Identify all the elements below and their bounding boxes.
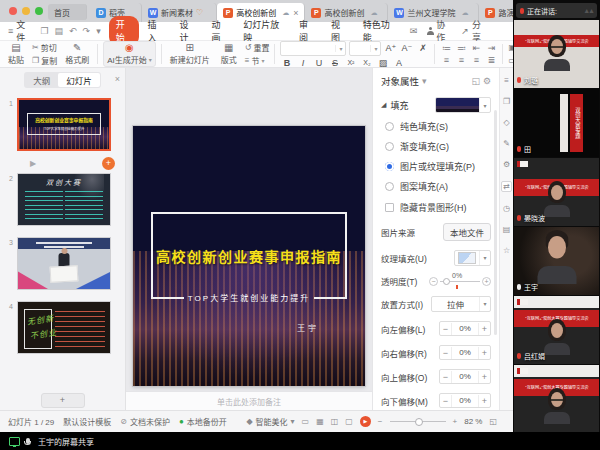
settings-pane-icon[interactable]: ⚙ bbox=[503, 160, 510, 169]
normal-view-icon[interactable]: ▭ bbox=[302, 417, 310, 426]
panel-close-icon[interactable]: × bbox=[115, 74, 120, 84]
video-tile[interactable]: “互联网+”双创大赛专题辅导交流会 晏晓波 bbox=[514, 158, 599, 226]
gear-icon[interactable]: ⚙ bbox=[483, 76, 491, 86]
plus-icon[interactable]: + bbox=[479, 371, 490, 383]
zoom-slider[interactable] bbox=[390, 421, 446, 422]
align-right-icon[interactable]: ≡ bbox=[470, 55, 482, 65]
slider-minus-icon[interactable]: − bbox=[429, 277, 438, 286]
paste-button[interactable]: 粘贴 bbox=[5, 42, 27, 66]
font-size-select[interactable]: ▾ bbox=[349, 41, 381, 56]
texture-select[interactable]: ▾ bbox=[454, 250, 491, 266]
smart-beautify-button[interactable]: 智能美化 ▾ bbox=[246, 416, 294, 427]
chevron-down-icon[interactable]: ▾ bbox=[422, 76, 427, 86]
slide-author[interactable]: 王宇 bbox=[297, 322, 319, 333]
cut-button[interactable]: 剪切 bbox=[32, 42, 57, 53]
video-tile[interactable]: “互联网+”双创大赛专题辅导交流会 吕红娟 bbox=[514, 296, 599, 364]
offset-stepper[interactable]: − 0% + bbox=[439, 345, 491, 360]
current-slide[interactable]: 高校创新创业赛事申报指南 TOP大学生就创业能力提升 王宇 bbox=[133, 126, 365, 386]
numbered-list-icon[interactable]: ≕ bbox=[455, 43, 467, 53]
notes-pane-icon[interactable]: ▤ bbox=[503, 225, 511, 234]
document-tab[interactable]: 首页 bbox=[48, 4, 87, 20]
hide-background-checkbox[interactable]: 隐藏背景图形(H) bbox=[381, 201, 491, 214]
placement-select[interactable]: 拉伸 ▾ bbox=[431, 296, 491, 312]
fill-radio-option[interactable]: 图案填充(A) bbox=[381, 180, 491, 193]
shape-pane-icon[interactable]: ◇ bbox=[503, 118, 509, 127]
indent-decrease-icon[interactable]: ⇤ bbox=[470, 43, 482, 53]
video-tile[interactable]: 双创大赛专题 田 bbox=[514, 89, 599, 157]
line-spacing-icon[interactable]: ≣ bbox=[485, 55, 497, 65]
undo-icon[interactable] bbox=[69, 26, 77, 36]
protection-status[interactable]: ⊘ 文档未保护 bbox=[120, 416, 170, 427]
reading-view-icon[interactable]: ◫ bbox=[331, 417, 339, 426]
ai-generate-button[interactable]: AI生成开始▾ bbox=[103, 41, 156, 67]
fill-pane-icon[interactable]: ⇄ bbox=[501, 181, 512, 192]
reset-button[interactable]: 重置 bbox=[245, 42, 270, 53]
clear-format-icon[interactable]: ✗ bbox=[416, 43, 429, 53]
italic-button[interactable]: I bbox=[296, 58, 309, 68]
minus-icon[interactable]: − bbox=[440, 371, 451, 383]
close-window-icon[interactable] bbox=[9, 7, 17, 15]
expand-panel-icon[interactable]: ◱ bbox=[471, 76, 480, 86]
backup-status[interactable]: ● 本地备份开 bbox=[179, 416, 227, 427]
font-family-select[interactable]: ▾ bbox=[280, 41, 346, 56]
slide-thumbnail-2[interactable]: 双创大赛 bbox=[17, 173, 111, 226]
slider-handle[interactable] bbox=[443, 278, 450, 285]
local-file-button[interactable]: 本地文件 bbox=[443, 223, 491, 241]
history-pane-icon[interactable]: ◷ bbox=[503, 204, 510, 213]
print-icon[interactable] bbox=[55, 26, 64, 36]
slide-thumbnail-1[interactable]: 高校创新创业赛事申报指南 TOP大学生就创业能力提升 bbox=[17, 98, 111, 151]
plus-icon[interactable]: + bbox=[479, 395, 490, 407]
zoom-out-icon[interactable]: − bbox=[378, 417, 383, 426]
indent-increase-icon[interactable]: ⇥ bbox=[485, 43, 497, 53]
more-commands-icon[interactable] bbox=[96, 26, 101, 36]
notes-field[interactable]: 单击此处添加备注 bbox=[126, 391, 372, 410]
offset-stepper[interactable]: − 0% + bbox=[439, 321, 491, 336]
section-collapse-icon[interactable]: ◢ bbox=[381, 101, 386, 109]
slide-thumbnail-3[interactable] bbox=[17, 237, 111, 290]
video-tile[interactable]: 王宇 bbox=[514, 227, 599, 295]
tab-slides[interactable]: 幻灯片 bbox=[58, 73, 100, 87]
align-center-icon[interactable]: ≡ bbox=[455, 55, 467, 65]
plus-icon[interactable]: + bbox=[479, 347, 490, 359]
new-slide-button[interactable]: 新建幻灯片 bbox=[167, 42, 213, 66]
play-from-slide-icon[interactable]: ▶ bbox=[30, 159, 36, 168]
zoom-in-icon[interactable]: + bbox=[453, 417, 458, 426]
slideshow-play-button[interactable]: ▶ bbox=[360, 416, 371, 427]
slides-pane-icon[interactable]: ❐ bbox=[503, 97, 510, 106]
highlight-color-icon[interactable]: ▨ bbox=[376, 58, 389, 68]
edit-pane-icon[interactable]: ✎ bbox=[503, 139, 510, 148]
zoom-slider-handle[interactable] bbox=[415, 418, 423, 426]
quick-add-slide-icon[interactable]: + bbox=[102, 157, 115, 170]
fill-radio-option[interactable]: 渐变填充(G) bbox=[381, 140, 491, 153]
fit-to-window-icon[interactable]: ◱ bbox=[489, 417, 497, 426]
slider-plus-icon[interactable]: + bbox=[482, 277, 491, 286]
align-left-icon[interactable]: ≡ bbox=[440, 55, 452, 65]
minus-icon[interactable]: − bbox=[440, 323, 451, 335]
minus-icon[interactable]: − bbox=[440, 347, 451, 359]
slide-sorter-icon[interactable]: ▦ bbox=[316, 417, 324, 426]
redo-icon[interactable] bbox=[83, 26, 91, 36]
subscript-button[interactable]: X₂ bbox=[360, 59, 373, 66]
superscript-button[interactable]: X² bbox=[344, 59, 357, 66]
layout-button[interactable]: 版式 bbox=[218, 42, 240, 66]
video-tile[interactable]: “互联网+”双创大赛专题辅导交流会 刘璐 bbox=[514, 20, 599, 88]
minimize-window-icon[interactable] bbox=[22, 7, 30, 15]
slide-canvas[interactable]: 高校创新创业赛事申报指南 TOP大学生就创业能力提升 王宇 单击此处添加备注 bbox=[126, 68, 372, 410]
slide-thumbnail-4[interactable]: 无创新 不创业 bbox=[17, 301, 111, 354]
decrease-font-icon[interactable]: A⁻ bbox=[400, 43, 413, 53]
design-template-name[interactable]: 默认设计模板 bbox=[63, 416, 111, 427]
minus-icon[interactable]: − bbox=[440, 395, 451, 407]
message-icon[interactable] bbox=[410, 26, 418, 36]
fill-preview-dropdown[interactable]: ▾ bbox=[435, 97, 491, 113]
increase-font-icon[interactable]: A⁺ bbox=[384, 43, 397, 53]
transparency-slider[interactable]: − 0% + bbox=[429, 277, 491, 286]
copy-button[interactable]: 复制 bbox=[32, 55, 57, 66]
fill-radio-option[interactable]: 纯色填充(S) bbox=[381, 120, 491, 133]
tab-outline[interactable]: 大纲 bbox=[25, 73, 58, 87]
section-button[interactable]: 节▾ bbox=[245, 55, 270, 66]
slide-title-box[interactable]: 高校创新创业赛事申报指南 TOP大学生就创业能力提升 bbox=[151, 212, 347, 298]
video-tile[interactable]: “互联网+”双创大赛专题辅导交流会 bbox=[514, 365, 599, 432]
underline-button[interactable]: U bbox=[312, 58, 325, 68]
offset-stepper[interactable]: − 0% + bbox=[439, 369, 491, 384]
format-painter-button[interactable]: 格式刷 bbox=[62, 42, 92, 66]
